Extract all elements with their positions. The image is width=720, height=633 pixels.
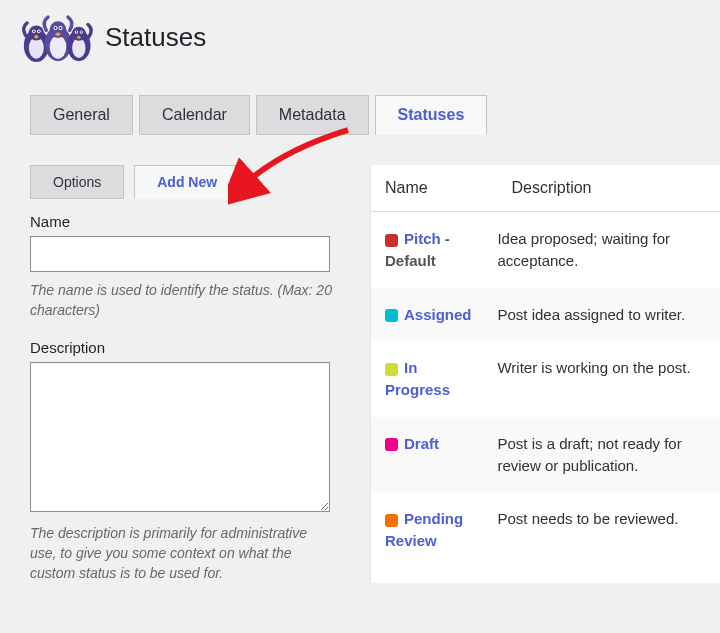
statuses-table-panel: Name Description Pitch - DefaultIdea pro… [370, 165, 720, 583]
status-color-icon [385, 438, 398, 451]
name-help-text: The name is used to identify the status.… [30, 280, 335, 321]
description-help-text: The description is primarily for adminis… [30, 523, 335, 584]
status-name-cell: Pitch - Default [371, 212, 497, 288]
svg-point-8 [50, 35, 67, 58]
status-color-icon [385, 363, 398, 376]
subtab-options[interactable]: Options [30, 165, 124, 199]
name-field-label: Name [30, 213, 340, 230]
svg-point-20 [81, 31, 83, 33]
status-description-cell: Writer is working on the post. [497, 341, 720, 417]
tab-metadata[interactable]: Metadata [256, 95, 369, 135]
svg-point-15 [72, 38, 85, 58]
svg-point-19 [76, 31, 78, 33]
main-tabs: General Calendar Metadata Statuses [30, 95, 720, 135]
status-name-link[interactable]: Assigned [404, 306, 472, 323]
status-color-icon [385, 309, 398, 322]
status-description-cell: Post is a draft; not ready for review or… [497, 417, 720, 493]
status-name-link[interactable]: Draft [404, 435, 439, 452]
tab-general[interactable]: General [30, 95, 133, 135]
table-header-name: Name [371, 165, 497, 212]
tab-statuses[interactable]: Statuses [375, 95, 488, 135]
status-name-cell: Assigned [371, 288, 497, 342]
status-color-icon [385, 514, 398, 527]
status-description-cell: Post idea assigned to writer. [497, 288, 720, 342]
plugin-logo-icon [18, 10, 93, 65]
status-name-cell: Draft [371, 417, 497, 493]
sub-tabs: Options Add New [30, 165, 340, 199]
status-name-link[interactable]: Pitch [404, 230, 441, 247]
svg-point-12 [55, 27, 57, 29]
status-color-icon [385, 234, 398, 247]
svg-point-6 [38, 30, 40, 32]
svg-point-5 [33, 30, 35, 32]
table-row: In ProgressWriter is working on the post… [371, 341, 720, 417]
description-field-label: Description [30, 339, 340, 356]
table-header-description: Description [497, 165, 720, 212]
table-row: AssignedPost idea assigned to writer. [371, 288, 720, 342]
tab-calendar[interactable]: Calendar [139, 95, 250, 135]
page-header: Statuses [18, 10, 720, 65]
status-description-cell: Post needs to be reviewed. [497, 492, 720, 568]
statuses-table: Name Description Pitch - DefaultIdea pro… [371, 165, 720, 568]
svg-point-13 [60, 27, 62, 29]
name-input[interactable] [30, 236, 330, 272]
description-input[interactable] [30, 362, 330, 512]
table-row: DraftPost is a draft; not ready for revi… [371, 417, 720, 493]
status-name-cell: In Progress [371, 341, 497, 417]
table-row: Pitch - DefaultIdea proposed; waiting fo… [371, 212, 720, 288]
add-new-form-panel: Options Add New Name The name is used to… [30, 165, 340, 583]
table-row: Pending ReviewPost needs to be reviewed. [371, 492, 720, 568]
status-name-cell: Pending Review [371, 492, 497, 568]
page-title: Statuses [105, 22, 206, 53]
subtab-add-new[interactable]: Add New [134, 165, 240, 199]
status-description-cell: Idea proposed; waiting for acceptance. [497, 212, 720, 288]
